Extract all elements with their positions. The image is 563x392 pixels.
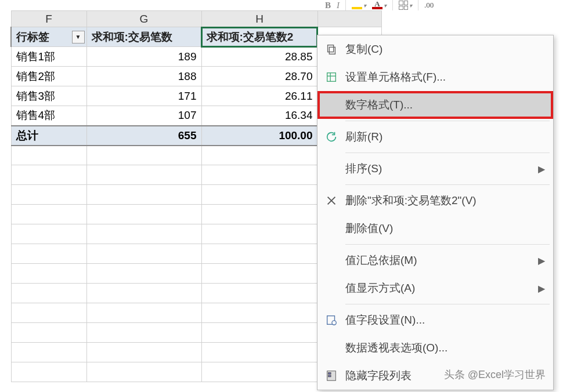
cell-blank[interactable]	[86, 264, 201, 284]
cell-blank[interactable]	[86, 185, 201, 205]
col-header-g[interactable]: G	[86, 11, 201, 27]
svg-rect-0	[329, 47, 335, 54]
cell-blank[interactable]	[11, 284, 86, 303]
menu-format-cells[interactable]: 设置单元格格式(F)...	[317, 63, 553, 91]
cell-blank[interactable]	[201, 303, 317, 323]
cell-value[interactable]: 28.70	[201, 67, 317, 86]
row-label[interactable]: 销售3部	[11, 86, 86, 106]
col-header-blank[interactable]	[317, 11, 381, 27]
menu-summarize-by[interactable]: 值汇总依据(M) ▶	[317, 246, 553, 274]
submenu-arrow-icon: ▶	[538, 283, 545, 294]
total-value[interactable]: 655	[86, 126, 201, 146]
cell-blank[interactable]	[201, 284, 317, 303]
borders-button[interactable]: ▾	[399, 1, 412, 10]
cell-blank[interactable]	[86, 146, 201, 165]
menu-label: 值字段设置(N)...	[345, 313, 545, 328]
col-header-f[interactable]: F	[11, 11, 86, 27]
cell-blank[interactable]	[86, 284, 201, 303]
cell-value[interactable]: 188	[86, 67, 201, 86]
menu-separator	[345, 184, 550, 185]
cell-blank[interactable]	[11, 146, 86, 165]
menu-label: 值显示方式(A)	[345, 281, 538, 296]
cell-value[interactable]: 26.11	[201, 86, 317, 106]
cell-blank[interactable]	[11, 323, 86, 343]
cell-blank[interactable]	[201, 165, 317, 185]
menu-number-format[interactable]: 数字格式(T)...	[317, 91, 553, 119]
menu-separator	[345, 304, 550, 304]
cell-blank[interactable]	[11, 343, 86, 362]
cell-blank[interactable]	[86, 323, 201, 343]
cell-blank[interactable]	[86, 224, 201, 244]
delete-icon	[317, 194, 345, 207]
cell-blank[interactable]	[86, 244, 201, 264]
menu-label: 设置单元格格式(F)...	[345, 70, 545, 85]
copy-icon	[317, 43, 345, 56]
cell-blank[interactable]	[11, 362, 86, 382]
cell-blank[interactable]	[86, 362, 201, 382]
menu-remove-values[interactable]: 删除值(V)	[317, 215, 553, 242]
watermark-text: 头条 @Excel学习世界	[444, 368, 546, 382]
cell-value[interactable]: 28.85	[201, 47, 317, 67]
menu-separator	[345, 121, 550, 121]
cell-blank[interactable]	[86, 303, 201, 323]
cell-value[interactable]: 171	[86, 86, 201, 106]
col-header-h[interactable]: H	[201, 11, 317, 27]
row-label[interactable]: 销售1部	[11, 47, 86, 67]
cell-blank[interactable]	[11, 205, 86, 224]
cell-blank[interactable]	[11, 264, 86, 284]
italic-button[interactable]: I	[337, 1, 340, 10]
svg-rect-2	[327, 73, 336, 82]
menu-show-values-as[interactable]: 值显示方式(A) ▶	[317, 274, 553, 302]
cell-blank[interactable]	[11, 185, 86, 205]
menu-label: 数字格式(T)...	[345, 97, 545, 112]
pivot-row-labels-header[interactable]: 行标签 ▼	[11, 27, 86, 47]
context-menu: 复制(C) 设置单元格格式(F)... 数字格式(T)... 刷新(R) 排序(…	[317, 35, 554, 390]
cell-blank[interactable]	[201, 244, 317, 264]
decrease-decimal-button[interactable]: .00	[424, 1, 434, 10]
cell-blank[interactable]	[86, 343, 201, 362]
cell-blank[interactable]	[201, 185, 317, 205]
row-label[interactable]: 销售2部	[11, 67, 86, 86]
field-list-icon	[317, 369, 345, 382]
menu-remove-field[interactable]: 删除"求和项:交易笔数2"(V)	[317, 187, 553, 215]
cell-blank[interactable]	[201, 205, 317, 224]
total-value[interactable]: 100.00	[201, 126, 317, 146]
cell-value[interactable]: 189	[86, 47, 201, 67]
format-cells-icon	[317, 71, 345, 84]
bold-button[interactable]: B	[325, 1, 331, 10]
mini-toolbar: B I ▾ A▾ ▾ .00	[319, 0, 563, 10]
menu-refresh[interactable]: 刷新(R)	[317, 123, 553, 151]
row-label[interactable]: 销售4部	[11, 106, 86, 126]
cell-blank[interactable]	[201, 362, 317, 382]
pivot-filter-dropdown[interactable]: ▼	[72, 31, 85, 43]
cell-blank[interactable]	[201, 264, 317, 284]
cell-blank[interactable]	[11, 303, 86, 323]
cell-blank[interactable]	[201, 343, 317, 362]
cell-blank[interactable]	[86, 165, 201, 185]
cell-blank[interactable]	[11, 244, 86, 264]
pivot-row-labels-text: 行标签	[16, 31, 49, 43]
refresh-icon	[317, 130, 345, 143]
cell-blank[interactable]	[201, 224, 317, 244]
menu-sort[interactable]: 排序(S) ▶	[317, 155, 553, 183]
submenu-arrow-icon: ▶	[538, 164, 545, 175]
cell-value[interactable]: 107	[86, 106, 201, 126]
cell-blank[interactable]	[201, 323, 317, 343]
cell-blank[interactable]	[86, 205, 201, 224]
cell-blank[interactable]	[201, 146, 317, 165]
cell-blank[interactable]	[11, 165, 86, 185]
svg-rect-1	[328, 45, 334, 52]
pivot-col-g-header[interactable]: 求和项:交易笔数	[86, 27, 201, 47]
menu-value-field-settings[interactable]: 值字段设置(N)...	[317, 306, 553, 334]
cell-blank[interactable]	[11, 224, 86, 244]
pivot-col-h-header[interactable]: 求和项:交易笔数2	[201, 27, 317, 47]
menu-label: 排序(S)	[345, 161, 538, 176]
total-label[interactable]: 总计	[11, 126, 86, 146]
menu-pivot-options[interactable]: 数据透视表选项(O)...	[317, 334, 553, 362]
svg-rect-11	[329, 375, 331, 377]
fill-color-button[interactable]: ▾	[352, 1, 366, 9]
menu-label: 删除"求和项:交易笔数2"(V)	[345, 193, 545, 208]
menu-copy[interactable]: 复制(C)	[317, 35, 553, 63]
font-color-button[interactable]: A▾	[372, 1, 387, 9]
cell-value[interactable]: 16.34	[201, 106, 317, 126]
